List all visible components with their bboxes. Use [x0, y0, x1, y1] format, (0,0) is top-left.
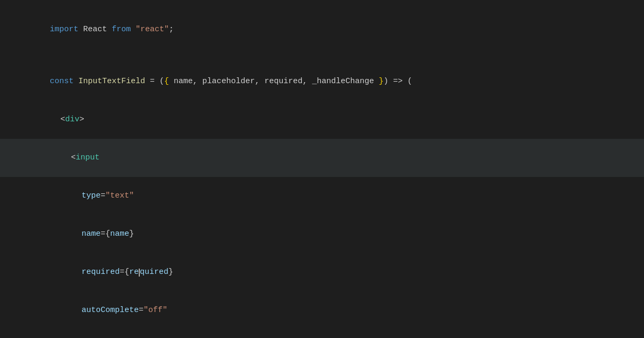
plain-text: } — [168, 268, 173, 277]
punct: ; — [169, 25, 174, 34]
code-line-3: const InputTextField = ({ name, placehol… — [0, 63, 644, 101]
code-line-5: <input — [0, 139, 644, 177]
code-line-8: required={required} — [0, 253, 644, 291]
plain-text: ) => ( — [383, 77, 412, 86]
attr-required-val: re — [129, 268, 139, 277]
attr-required-val2: quired — [140, 268, 168, 277]
plain-text: = ( — [145, 77, 164, 86]
plain-text: ={ — [120, 268, 129, 277]
tag-bracket: > — [79, 115, 84, 124]
plain-text — [131, 25, 136, 34]
tag-bracket: < — [71, 153, 76, 162]
plain-text: = — [101, 191, 105, 200]
keyword-import: import — [50, 25, 78, 34]
code-editor[interactable]: import React from "react"; const InputTe… — [0, 0, 644, 338]
plain-text: } — [129, 229, 134, 238]
code-line-1: import React from "react"; — [0, 11, 644, 49]
input-tag: input — [76, 153, 100, 162]
code-line-6: type="text" — [0, 177, 644, 215]
code-line-9: autoComplete="off" — [0, 291, 644, 330]
attr-type-val: "text" — [105, 191, 134, 200]
code-line-10: placeholder={placeholder} — [0, 330, 644, 338]
div-open-tag: div — [65, 115, 79, 124]
plain-text: name, placeholder, required, _handleChan… — [169, 77, 379, 86]
attr-required: required — [82, 268, 120, 277]
plain-text: ={ — [101, 229, 110, 238]
plain-text: = — [139, 306, 144, 315]
attr-type: type — [82, 191, 101, 200]
keyword-from: from — [112, 25, 131, 34]
func-name: InputTextField — [78, 77, 145, 86]
string-react: "react" — [136, 25, 169, 34]
code-line-7: name={name} — [0, 215, 644, 253]
tag-bracket: < — [60, 115, 65, 124]
code-line-4: <div> — [0, 101, 644, 139]
attr-autocomplete: autoComplete — [82, 306, 139, 315]
brace-close: } — [379, 77, 383, 86]
plain-text: React — [78, 25, 112, 34]
keyword-const: const — [50, 77, 74, 86]
code-line-2 — [0, 49, 644, 63]
plain-text — [74, 77, 78, 86]
attr-name: name — [82, 229, 101, 238]
attr-autocomplete-val: "off" — [144, 306, 167, 315]
brace-open: { — [164, 77, 169, 86]
attr-name-val: name — [110, 229, 129, 238]
